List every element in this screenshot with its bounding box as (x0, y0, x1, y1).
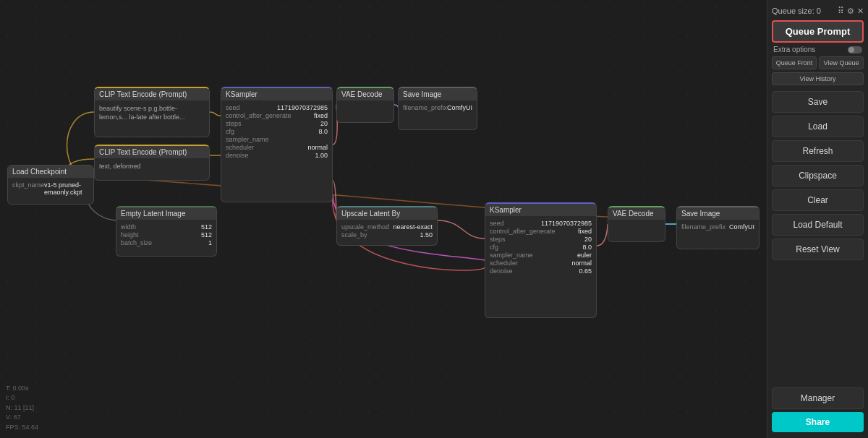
node-clip1-title: CLIP Text Encode (Prompt) (95, 88, 209, 100)
node-ksampler1-title: KSampler (221, 88, 332, 100)
node-title: Load Checkpoint (8, 166, 93, 178)
node-save2-title: Save Image (677, 207, 759, 220)
node-vae2[interactable]: VAE Decode (608, 206, 665, 242)
reset-view-button[interactable]: Reset View (772, 239, 864, 260)
node-load-checkpoint[interactable]: Load Checkpoint ckpt_name v1-5 pruned-em… (7, 165, 94, 205)
node-empty-title: Empty Latent Image (116, 207, 216, 220)
node-clip2[interactable]: CLIP Text Encode (Prompt) text, deformed (94, 145, 210, 181)
refresh-button[interactable]: Refresh (772, 140, 864, 162)
queue-front-button[interactable]: Queue Front (772, 56, 817, 69)
grid-icon: ⠿ (838, 6, 844, 16)
clipspace-button[interactable]: Clipspace (772, 165, 864, 186)
node-upscale[interactable]: Upscale Latent By upscale_methodnearest-… (336, 206, 438, 246)
queue-icons: ⠿ ⚙ ✕ (838, 6, 864, 16)
node-save2[interactable]: Save Image filename_prefixComfyUI (676, 206, 760, 249)
close-icon[interactable]: ✕ (857, 7, 864, 16)
load-default-button[interactable]: Load Default (772, 214, 864, 236)
node-save1-title: Save Image (399, 88, 477, 100)
node-ksampler2-title: KSampler (485, 204, 596, 216)
node-ksampler1[interactable]: KSampler seed11719070372985 control_afte… (221, 87, 333, 202)
clear-button[interactable]: Clear (772, 189, 864, 211)
extra-options-toggle[interactable] (848, 46, 862, 53)
node-ksampler2[interactable]: KSampler seed11719070372985 control_afte… (485, 202, 597, 318)
share-button[interactable]: Share (772, 412, 864, 432)
right-panel: Queue size: 0 ⠿ ⚙ ✕ Queue Prompt Extra o… (767, 0, 868, 438)
save-button[interactable]: Save (772, 91, 864, 113)
node-vae1[interactable]: VAE Decode (336, 87, 394, 123)
manager-button[interactable]: Manager (772, 387, 864, 409)
node-vae2-title: VAE Decode (608, 207, 665, 220)
canvas[interactable]: Load Checkpoint ckpt_name v1-5 pruned-em… (0, 0, 767, 438)
status-bar: T: 0.00s I: 0 N: 11 [11] V: 67 FPS: 54.6… (6, 384, 38, 433)
sub-buttons: Queue Front View Queue (772, 56, 864, 69)
extra-options-row: Extra options (772, 46, 864, 53)
node-vae1-title: VAE Decode (337, 88, 393, 100)
load-button[interactable]: Load (772, 116, 864, 137)
queue-header: Queue size: 0 ⠿ ⚙ ✕ (772, 6, 864, 16)
queue-prompt-button[interactable]: Queue Prompt (772, 20, 864, 43)
node-save1[interactable]: Save Image filename_prefixComfyUI (398, 87, 477, 130)
node-clip1[interactable]: CLIP Text Encode (Prompt) beautify scene… (94, 87, 210, 137)
node-upscale-title: Upscale Latent By (337, 207, 437, 220)
view-queue-button[interactable]: View Queue (819, 56, 864, 69)
gear-icon[interactable]: ⚙ (847, 7, 854, 16)
extra-options-label: Extra options (773, 46, 815, 53)
node-empty-latent[interactable]: Empty Latent Image width512 height512 ba… (116, 206, 217, 257)
node-clip2-title: CLIP Text Encode (Prompt) (95, 146, 209, 158)
queue-size-text: Queue size: 0 (772, 7, 821, 15)
view-history-button[interactable]: View History (772, 72, 864, 85)
